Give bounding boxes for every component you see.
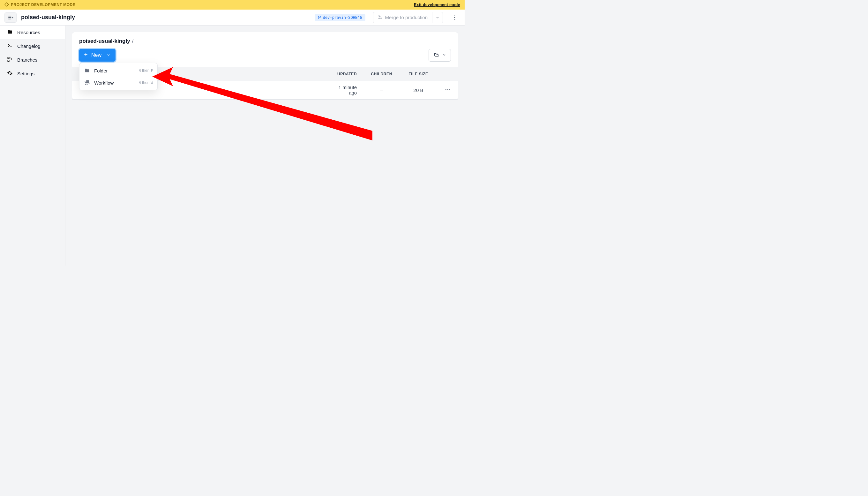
new-workflow-item[interactable]: Workflow N then W (79, 77, 157, 89)
terminal-icon (7, 43, 13, 49)
exit-dev-mode-link[interactable]: Exit development mode (414, 2, 460, 7)
folder-icon (7, 29, 13, 36)
project-title: poised-usual-kingly (21, 14, 75, 21)
sidebar-item-changelog[interactable]: Changelog (0, 39, 65, 53)
dev-mode-banner: PROJECT DEVELOPMENT MODE Exit developmen… (0, 0, 464, 10)
workflow-icon (84, 80, 90, 86)
merge-label: Merge to production (385, 15, 428, 20)
new-button[interactable]: New (79, 49, 115, 62)
new-button-label: New (91, 52, 101, 58)
breadcrumb-root[interactable]: poised-usual-kingly (79, 38, 130, 44)
resources-card: poised-usual-kingly / New (72, 32, 458, 100)
plus-icon (84, 52, 88, 58)
sidebar-toggle-button[interactable] (4, 13, 17, 23)
breadcrumb-separator: / (132, 38, 134, 44)
merge-icon (378, 15, 383, 20)
cell-updated: 1 minute ago (322, 81, 364, 99)
chevron-down-icon (107, 52, 110, 58)
svg-point-13 (445, 89, 446, 90)
dropdown-hint: N then F (139, 68, 153, 73)
svg-point-4 (378, 18, 379, 19)
svg-point-7 (454, 17, 455, 18)
folders-icon (433, 52, 439, 58)
breadcrumb: poised-usual-kingly / (79, 38, 451, 44)
view-mode-button[interactable] (429, 49, 451, 62)
col-children-header[interactable]: CHILDREN (364, 67, 399, 81)
sidebar-item-branches[interactable]: Branches (0, 53, 65, 67)
sidebar-label: Branches (17, 57, 37, 63)
dropdown-hint: N then W (139, 80, 153, 85)
main-content: poised-usual-kingly / New (65, 26, 464, 266)
sidebar: Resources Changelog Branches Settings (0, 26, 65, 266)
dev-mode-label: PROJECT DEVELOPMENT MODE (11, 2, 75, 7)
merge-button-group: Merge to production (373, 12, 443, 23)
new-folder-item[interactable]: Folder N then F (79, 64, 157, 77)
col-filesize-header[interactable]: FILE SIZE (399, 67, 438, 81)
svg-rect-10 (7, 60, 9, 62)
new-dropdown: Folder N then F (79, 63, 158, 90)
branches-icon (7, 57, 13, 63)
merge-to-production-button[interactable]: Merge to production (373, 12, 432, 23)
cell-filesize: 20 B (399, 81, 438, 99)
cell-children: – (364, 81, 399, 99)
svg-point-8 (454, 18, 455, 19)
svg-point-15 (449, 89, 450, 90)
dev-mode-banner-label-wrap: PROJECT DEVELOPMENT MODE (4, 2, 75, 7)
sidebar-item-settings[interactable]: Settings (0, 67, 65, 80)
topbar: poised-usual-kingly dev-pravin-SQHB46 Me… (0, 10, 464, 26)
svg-point-6 (454, 15, 455, 16)
chevron-down-icon (442, 53, 446, 58)
row-actions-button[interactable] (438, 81, 458, 99)
col-updated-header[interactable]: UPDATED (322, 67, 364, 81)
branch-badge[interactable]: dev-pravin-SQHB46 (315, 14, 365, 21)
sidebar-item-resources[interactable]: Resources (0, 26, 65, 39)
svg-point-2 (320, 17, 321, 17)
svg-point-14 (447, 89, 448, 90)
sidebar-label: Changelog (17, 43, 41, 49)
more-menu-button[interactable] (449, 12, 460, 23)
dropdown-item-label: Workflow (94, 80, 135, 86)
folder-icon (84, 68, 90, 73)
sidebar-label: Resources (17, 30, 40, 35)
merge-dropdown-button[interactable] (432, 12, 443, 23)
sidebar-label: Settings (17, 71, 34, 76)
svg-point-5 (381, 18, 382, 19)
branch-name: dev-pravin-SQHB46 (323, 15, 362, 20)
svg-rect-11 (86, 80, 89, 81)
svg-rect-12 (85, 84, 88, 85)
dropdown-item-label: Folder (94, 68, 135, 73)
svg-point-0 (318, 16, 319, 17)
diamond-icon (4, 2, 9, 7)
gear-icon (7, 70, 13, 77)
svg-rect-9 (7, 57, 9, 59)
